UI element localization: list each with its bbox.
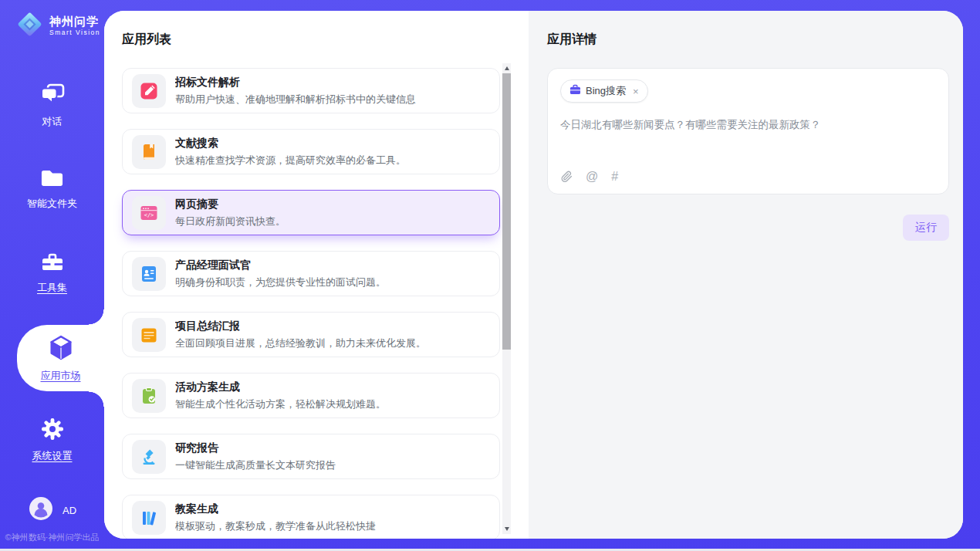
input-toolbar: @ # (561, 170, 618, 184)
user-name: AD (63, 505, 76, 516)
books-icon (132, 501, 166, 535)
app-card-project-summary[interactable]: 项目总结汇报 全面回顾项目进展，总结经验教训，助力未来优化发展。 (122, 312, 500, 357)
toolbox-icon (40, 252, 65, 276)
run-row: 运行 (547, 215, 949, 241)
folder-icon (40, 168, 64, 191)
briefcase-icon (569, 84, 581, 98)
app-list-title: 应用列表 (122, 32, 529, 48)
app-card-description: 每日政府新闻资讯快查。 (175, 215, 286, 228)
sidebar-item-chat[interactable]: 对话 (0, 83, 104, 129)
paperclip-icon[interactable] (561, 171, 573, 183)
microscope-icon (132, 440, 166, 474)
user-avatar-icon (29, 497, 52, 523)
app-card-webpage-summary[interactable]: </> 网页摘要 每日政府新闻资讯快查。 (122, 190, 500, 235)
prompt-input[interactable]: 今日湖北有哪些新闻要点？有哪些需要关注的最新政策？ (560, 118, 936, 132)
app-detail-panel: 应用详情 Bing搜索 × 今日湖北有哪些新闻要点？有哪些需要关注的最新政策？ (529, 11, 963, 539)
app-card-description: 帮助用户快速、准确地理解和解析招标书中的关键信息 (175, 93, 416, 106)
main-panel: 应用列表 招标文件解析 帮助用户快速、准确地理解和解析招标书中的关键信息 (104, 11, 963, 539)
app-card-lesson-plan[interactable]: 教案生成 模板驱动，教案秒成，教学准备从此轻松快捷 (122, 495, 500, 539)
app-card-research-report[interactable]: 研究报告 一键智能生成高质量长文本研究报告 (122, 434, 500, 479)
webpage-icon: </> (132, 196, 166, 230)
user-account[interactable]: AD (29, 497, 76, 523)
triangle-up-icon (505, 66, 509, 70)
app-card-title: 文献搜索 (175, 137, 406, 150)
scroll-up-button[interactable] (502, 63, 511, 73)
sidebar-item-label: 工具集 (37, 281, 67, 295)
sidebar-item-smart-folder[interactable]: 智能文件夹 (0, 168, 104, 211)
sidebar-item-label: 对话 (42, 115, 63, 129)
app-card-title: 活动方案生成 (175, 380, 386, 394)
tool-tag-label: Bing搜索 (586, 84, 626, 98)
sidebar-item-settings[interactable]: 系统设置 (0, 417, 104, 463)
app-list: 招标文件解析 帮助用户快速、准确地理解和解析招标书中的关键信息 文献搜索 快速精… (122, 68, 500, 539)
sidebar: 神州问学 Smart Vision 对话 智能文件夹 (0, 0, 104, 551)
prompt-card: Bing搜索 × 今日湖北有哪些新闻要点？有哪些需要关注的最新政策？ @ # (547, 68, 949, 194)
app-card-description: 全面回顾项目进展，总结经验教训，助力未来优化发展。 (175, 336, 426, 350)
triangle-down-icon (505, 527, 509, 531)
cube-icon (49, 335, 73, 363)
app-card-description: 模板驱动，教案秒成，教学准备从此轻松快捷 (175, 519, 376, 533)
copyright-footer: ©神州数码·神州问学出品 (2, 532, 103, 543)
app-card-literature-search[interactable]: 文献搜索 快速精准查找学术资源，提高研究效率的必备工具。 (122, 129, 500, 174)
app-card-title: 研究报告 (175, 441, 336, 455)
run-button[interactable]: 运行 (903, 215, 949, 241)
app-card-bid-document-analysis[interactable]: 招标文件解析 帮助用户快速、准确地理解和解析招标书中的关键信息 (122, 68, 500, 113)
app-card-description: 一键智能生成高质量长文本研究报告 (175, 458, 336, 472)
sidebar-item-app-market[interactable]: 应用市场 (17, 325, 104, 391)
hashtag-icon[interactable]: # (611, 170, 618, 184)
app-detail-title: 应用详情 (547, 32, 949, 48)
app-card-pm-interviewer[interactable]: 产品经理面试官 明确身份和职责，为您提供专业性的面试问题。 (122, 251, 500, 296)
tool-tag-bing-search[interactable]: Bing搜索 × (560, 79, 648, 103)
app-logo: 神州问学 Smart Vision (15, 10, 100, 42)
sidebar-item-label: 智能文件夹 (27, 197, 77, 211)
app-list-panel: 应用列表 招标文件解析 帮助用户快速、准确地理解和解析招标书中的关键信息 (104, 11, 529, 539)
logo-subtitle: Smart Vision (49, 29, 100, 36)
scroll-down-button[interactable] (502, 524, 511, 534)
book-icon (132, 135, 166, 169)
app-card-title: 网页摘要 (175, 198, 286, 211)
clipboard-check-icon (132, 379, 166, 413)
chat-icon (40, 83, 65, 110)
mention-icon[interactable]: @ (586, 170, 598, 184)
app-card-title: 招标文件解析 (175, 76, 416, 90)
app-card-title: 产品经理面试官 (175, 259, 386, 272)
app-card-title: 教案生成 (175, 502, 376, 516)
scrollbar-thumb[interactable] (502, 73, 511, 350)
edit-icon (132, 74, 166, 108)
summary-icon (132, 318, 166, 352)
diamond-logo-icon (15, 10, 44, 42)
close-icon[interactable]: × (633, 86, 639, 97)
gear-icon (41, 417, 64, 444)
app-list-scrollbar[interactable] (502, 63, 511, 534)
app-card-description: 快速精准查找学术资源，提高研究效率的必备工具。 (175, 154, 406, 167)
svg-text:</>: </> (144, 212, 154, 218)
sidebar-item-label: 系统设置 (32, 449, 73, 463)
logo-title: 神州问学 (49, 15, 100, 28)
sidebar-item-label: 应用市场 (41, 369, 81, 383)
sidebar-item-toolset[interactable]: 工具集 (0, 252, 104, 295)
app-card-event-plan[interactable]: 活动方案生成 智能生成个性化活动方案，轻松解决规划难题。 (122, 373, 500, 418)
app-card-description: 明确身份和职责，为您提供专业性的面试问题。 (175, 276, 386, 289)
app-card-title: 项目总结汇报 (175, 319, 426, 333)
app-card-description: 智能生成个性化活动方案，轻松解决规划难题。 (175, 397, 386, 411)
interview-icon (132, 257, 166, 291)
